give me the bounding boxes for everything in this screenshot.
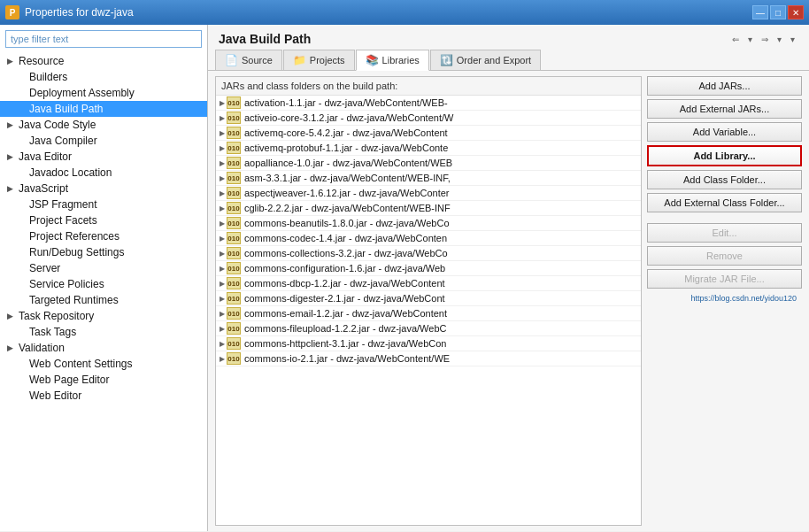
remove-button[interactable]: Remove xyxy=(647,246,802,266)
sidebar-item-label: Web Page Editor xyxy=(29,374,110,386)
nav-back[interactable]: ⇐ xyxy=(728,33,743,46)
jars-list[interactable]: ▶010activation-1.1.jar - dwz-java/WebCon… xyxy=(216,96,641,525)
filter-input[interactable] xyxy=(5,30,202,48)
sidebar-item-label: Server xyxy=(29,262,60,274)
jar-expand-icon: ▶ xyxy=(220,174,225,182)
tab-order-export[interactable]: 🔃Order and Export xyxy=(430,50,541,70)
jar-item[interactable]: ▶010commons-codec-1.4.jar - dwz-java/Web… xyxy=(216,231,641,246)
sidebar-item-task-repository[interactable]: ▶Task Repository xyxy=(0,308,207,324)
add-jars-button[interactable]: Add JARs... xyxy=(647,76,802,96)
sidebar-item-label: Java Code Style xyxy=(19,119,96,131)
jar-item[interactable]: ▶010aopalliance-1.0.jar - dwz-java/WebCo… xyxy=(216,156,641,171)
jar-item[interactable]: ▶010commons-email-1.2.jar - dwz-java/Web… xyxy=(216,306,641,321)
nav-forward-dropdown[interactable]: ▾ xyxy=(774,33,785,46)
jar-item[interactable]: ▶010commons-dbcp-1.2.jar - dwz-java/WebC… xyxy=(216,276,641,291)
sidebar-item-web-content-settings[interactable]: Web Content Settings xyxy=(0,356,207,372)
jar-item[interactable]: ▶010commons-configuration-1.6.jar - dwz-… xyxy=(216,261,641,276)
add-class-folder-button[interactable]: Add Class Folder... xyxy=(647,170,802,189)
migrate-jar-button[interactable]: Migrate JAR File... xyxy=(647,269,802,289)
jar-file-icon: 010 xyxy=(227,172,241,184)
add-external-class-folder-button[interactable]: Add External Class Folder... xyxy=(647,193,802,212)
add-external-jars-button[interactable]: Add External JARs... xyxy=(647,99,802,119)
tab-source[interactable]: 📄Source xyxy=(215,50,282,70)
jar-item[interactable]: ▶010commons-fileupload-1.2.2.jar - dwz-j… xyxy=(216,321,641,336)
jar-expand-icon: ▶ xyxy=(220,189,225,197)
jar-item[interactable]: ▶010commons-beanutils-1.8.0.jar - dwz-ja… xyxy=(216,216,641,231)
sidebar-item-label: Project Facets xyxy=(29,214,97,227)
sidebar-tree: ▶ResourceBuildersDeployment AssemblyJava… xyxy=(0,53,207,531)
title-bar: P Properties for dwz-java — □ ✕ xyxy=(0,0,809,25)
expand-arrow-icon: ▶ xyxy=(7,312,16,320)
jar-name: asm-3.3.1.jar - dwz-java/WebContent/WEB-… xyxy=(244,173,451,183)
jar-item[interactable]: ▶010commons-digester-2.1.jar - dwz-java/… xyxy=(216,291,641,306)
sidebar-item-task-tags[interactable]: Task Tags xyxy=(0,324,207,340)
add-variable-button[interactable]: Add Variable... xyxy=(647,122,802,142)
add-library-button[interactable]: Add Library... xyxy=(647,145,802,166)
watermark: https://blog.csdn.net/yidou120 xyxy=(647,292,802,305)
tab-libraries[interactable]: 📚Libraries xyxy=(356,50,429,71)
maximize-button[interactable]: □ xyxy=(770,5,786,19)
jar-expand-icon: ▶ xyxy=(220,129,225,137)
jar-expand-icon: ▶ xyxy=(220,144,225,152)
jar-name: commons-digester-2.1.jar - dwz-java/WebC… xyxy=(244,293,445,304)
sidebar-item-label: Task Repository xyxy=(19,310,94,322)
jar-file-icon: 010 xyxy=(227,202,241,214)
sidebar-item-run-debug-settings[interactable]: Run/Debug Settings xyxy=(0,244,207,260)
content-body: JARs and class folders on the build path… xyxy=(208,71,809,531)
jar-item[interactable]: ▶010activemq-protobuf-1.1.jar - dwz-java… xyxy=(216,141,641,156)
jar-item[interactable]: ▶010commons-httpclient-3.1.jar - dwz-jav… xyxy=(216,336,641,351)
libraries-tab-icon: 📚 xyxy=(366,54,379,66)
jar-item[interactable]: ▶010cglib-2.2.2.jar - dwz-java/WebConten… xyxy=(216,201,641,216)
jar-item[interactable]: ▶010activeio-core-3.1.2.jar - dwz-java/W… xyxy=(216,111,641,126)
tab-projects[interactable]: 📁Projects xyxy=(283,50,355,70)
page-title: Java Build Path xyxy=(219,32,311,46)
jar-file-icon: 010 xyxy=(227,262,241,274)
jar-expand-icon: ▶ xyxy=(220,355,225,363)
close-button[interactable]: ✕ xyxy=(788,5,804,19)
sidebar-item-service-policies[interactable]: Service Policies xyxy=(0,276,207,292)
jar-file-icon: 010 xyxy=(227,157,241,169)
nav-menu[interactable]: ▾ xyxy=(787,33,798,46)
sidebar-item-javascript[interactable]: ▶JavaScript xyxy=(0,181,207,197)
sidebar-item-web-page-editor[interactable]: Web Page Editor xyxy=(0,372,207,388)
sidebar-item-label: Run/Debug Settings xyxy=(29,246,124,258)
jar-item[interactable]: ▶010commons-collections-3.2.jar - dwz-ja… xyxy=(216,246,641,261)
jar-item[interactable]: ▶010activation-1.1.jar - dwz-java/WebCon… xyxy=(216,96,641,111)
sidebar-item-label: Resource xyxy=(19,55,64,67)
jar-name: aopalliance-1.0.jar - dwz-java/WebConten… xyxy=(244,158,452,168)
sidebar-item-javadoc-location[interactable]: Javadoc Location xyxy=(0,165,207,181)
jar-item[interactable]: ▶010aspectjweaver-1.6.12.jar - dwz-java/… xyxy=(216,186,641,201)
jar-name: aspectjweaver-1.6.12.jar - dwz-java/WebC… xyxy=(244,188,450,198)
sidebar-item-project-references[interactable]: Project References xyxy=(0,228,207,244)
sidebar-item-java-build-path[interactable]: Java Build Path xyxy=(0,101,207,117)
sidebar-item-project-facets[interactable]: Project Facets xyxy=(0,212,207,228)
sidebar-item-java-editor[interactable]: ▶Java Editor xyxy=(0,149,207,165)
sidebar-item-targeted-runtimes[interactable]: Targeted Runtimes xyxy=(0,292,207,308)
sidebar-item-resource[interactable]: ▶Resource xyxy=(0,53,207,69)
sidebar-item-builders[interactable]: Builders xyxy=(0,69,207,85)
sidebar-item-java-compiler[interactable]: Java Compiler xyxy=(0,133,207,149)
window-controls: — □ ✕ xyxy=(752,5,804,19)
jar-name: activemq-core-5.4.2.jar - dwz-java/WebCo… xyxy=(244,127,448,138)
sidebar-item-jsp-fragment[interactable]: JSP Fragment xyxy=(0,197,207,212)
jar-file-icon: 010 xyxy=(227,187,241,199)
nav-forward[interactable]: ⇒ xyxy=(758,33,772,46)
jar-item[interactable]: ▶010commons-io-2.1.jar - dwz-java/WebCon… xyxy=(216,351,641,366)
minimize-button[interactable]: — xyxy=(752,5,768,19)
jar-name: commons-fileupload-1.2.2.jar - dwz-java/… xyxy=(244,323,446,334)
sidebar-item-deployment-assembly[interactable]: Deployment Assembly xyxy=(0,85,207,101)
jar-item[interactable]: ▶010asm-3.3.1.jar - dwz-java/WebContent/… xyxy=(216,171,641,186)
order-export-tab-icon: 🔃 xyxy=(440,54,453,66)
sidebar-item-validation[interactable]: ▶Validation xyxy=(0,340,207,356)
nav-dropdown[interactable]: ▾ xyxy=(744,33,756,46)
sidebar-item-label: Javadoc Location xyxy=(29,166,112,179)
jar-expand-icon: ▶ xyxy=(220,340,225,348)
jar-file-icon: 010 xyxy=(227,232,241,244)
jar-item[interactable]: ▶010activemq-core-5.4.2.jar - dwz-java/W… xyxy=(216,126,641,141)
sidebar-item-java-code-style[interactable]: ▶Java Code Style xyxy=(0,117,207,133)
sidebar-item-web-editor[interactable]: Web Editor xyxy=(0,388,207,404)
jar-name: activation-1.1.jar - dwz-java/WebContent… xyxy=(244,97,448,108)
sidebar-item-label: Java Editor xyxy=(19,150,72,163)
sidebar-item-server[interactable]: Server xyxy=(0,260,207,276)
edit-button[interactable]: Edit... xyxy=(647,223,802,243)
